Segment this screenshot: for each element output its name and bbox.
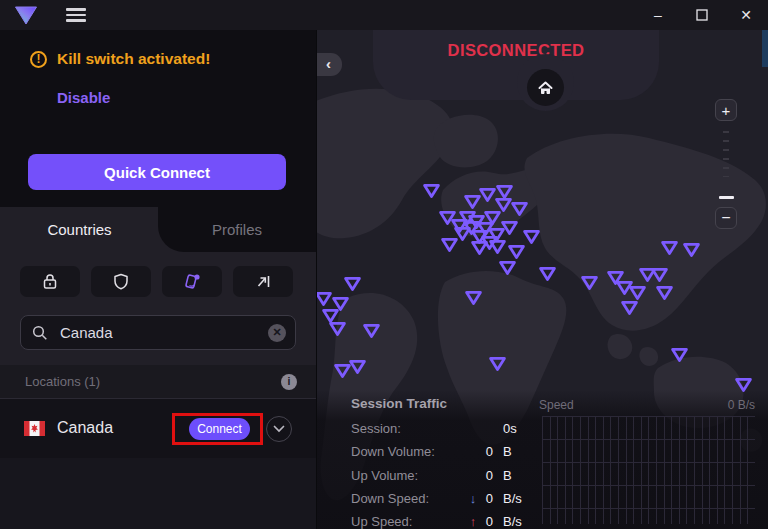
chevron-down-icon xyxy=(273,425,285,433)
location-pin[interactable] xyxy=(440,237,459,253)
menu-icon[interactable] xyxy=(66,8,86,22)
down-speed-row: Down Speed: ↓ 0 B/s xyxy=(351,487,537,510)
location-pin[interactable] xyxy=(507,244,526,260)
warning-icon: ! xyxy=(30,51,47,68)
location-pin[interactable] xyxy=(348,359,367,375)
down-arrow-icon: ↓ xyxy=(465,491,481,506)
down-volume-row: Down Volume: 0 B xyxy=(351,440,537,463)
arrow-to-bar-icon xyxy=(255,273,272,290)
expand-country-button[interactable] xyxy=(266,416,292,442)
location-pin[interactable] xyxy=(328,321,347,337)
maximize-icon xyxy=(696,9,708,21)
killswitch-warning: ! Kill switch activated! xyxy=(30,50,210,68)
down-speed-value: 0 xyxy=(481,491,493,506)
clear-search-button[interactable]: ✕ xyxy=(268,324,286,342)
down-volume-value: 0 xyxy=(481,444,493,459)
session-row: Session: 0s xyxy=(351,417,537,440)
up-volume-row: Up Volume: 0 B xyxy=(351,464,537,487)
shield-filter-button[interactable] xyxy=(91,266,151,297)
down-speed-label: Down Speed: xyxy=(351,491,465,506)
location-pin[interactable] xyxy=(650,267,669,283)
tab-bar: Countries Profiles xyxy=(0,207,316,252)
location-pin[interactable] xyxy=(522,229,541,245)
lock-icon xyxy=(42,273,58,290)
tor-filter-button[interactable] xyxy=(162,266,222,297)
tab-profiles[interactable]: Profiles xyxy=(158,207,316,252)
location-pin[interactable] xyxy=(362,323,381,339)
sidebar: ! Kill switch activated! Disable Quick C… xyxy=(0,30,317,529)
up-arrow-icon: ↑ xyxy=(465,514,481,529)
location-pin[interactable] xyxy=(670,347,689,363)
secure-lock-filter-button[interactable] xyxy=(20,266,80,297)
speed-chart-grid xyxy=(542,416,755,524)
location-pin[interactable] xyxy=(655,285,674,301)
home-icon xyxy=(538,81,553,95)
minimize-button[interactable]: – xyxy=(636,0,680,30)
up-volume-unit: B xyxy=(493,468,537,483)
app-logo-icon xyxy=(14,5,38,26)
search-box: ✕ xyxy=(20,315,296,350)
up-volume-value: 0 xyxy=(481,468,493,483)
tor-icon xyxy=(182,273,202,291)
down-volume-unit: B xyxy=(493,444,537,459)
search-icon xyxy=(32,325,48,341)
up-volume-label: Up Volume: xyxy=(351,468,465,483)
location-pin[interactable] xyxy=(422,183,441,199)
session-value: 0s xyxy=(493,421,537,436)
title-bar: – ✕ xyxy=(0,0,768,30)
world-map[interactable]: DISCONNECTED ‹ + − Session Traffic Se xyxy=(317,30,768,529)
up-speed-label: Up Speed: xyxy=(351,514,465,529)
connect-button[interactable]: Connect xyxy=(189,418,250,440)
status-banner: DISCONNECTED xyxy=(373,30,659,100)
session-traffic-title: Session Traffic xyxy=(351,396,447,411)
search-input[interactable] xyxy=(58,323,258,342)
location-pin[interactable] xyxy=(620,300,639,316)
country-row-canada[interactable]: Canada Connect xyxy=(0,398,316,458)
up-speed-unit: B/s xyxy=(493,514,537,529)
location-pin[interactable] xyxy=(538,266,557,282)
killswitch-message: Kill switch activated! xyxy=(57,50,210,68)
session-label: Session: xyxy=(351,421,465,436)
home-button[interactable] xyxy=(527,69,564,106)
location-pin[interactable] xyxy=(660,240,679,256)
scrollbar-thumb[interactable] xyxy=(762,30,768,67)
canada-flag-icon xyxy=(24,421,45,436)
connection-status: DISCONNECTED xyxy=(373,41,659,60)
location-pin[interactable] xyxy=(682,242,701,258)
zoom-out-button[interactable]: − xyxy=(715,207,737,229)
location-pin[interactable] xyxy=(488,356,507,372)
location-pin[interactable] xyxy=(480,235,499,251)
speed-chart: Speed 0 B/s xyxy=(539,398,755,524)
location-pin[interactable] xyxy=(510,201,529,217)
down-volume-label: Down Volume: xyxy=(351,444,465,459)
zoom-slider-handle[interactable] xyxy=(719,196,734,199)
tab-countries[interactable]: Countries xyxy=(0,207,159,252)
location-pin[interactable] xyxy=(500,220,519,236)
info-icon[interactable]: i xyxy=(281,374,297,390)
location-pin[interactable] xyxy=(343,276,362,292)
maximize-button[interactable] xyxy=(680,0,724,30)
collapse-sidebar-button[interactable]: ‹ xyxy=(317,53,342,76)
speed-chart-max-value: 0 B/s xyxy=(728,398,755,412)
location-pin[interactable] xyxy=(628,285,647,301)
zoom-in-button[interactable]: + xyxy=(715,99,737,121)
vpn-app-window: – ✕ ! Kill switch activated! Disable Qui… xyxy=(0,0,768,529)
streaming-filter-button[interactable] xyxy=(233,266,293,297)
country-name: Canada xyxy=(57,419,113,437)
quick-connect-button[interactable]: Quick Connect xyxy=(28,154,286,190)
location-pin[interactable] xyxy=(464,290,483,306)
zoom-slider-track[interactable] xyxy=(723,131,729,177)
location-pin[interactable] xyxy=(580,275,599,291)
locations-count-label: Locations (1) xyxy=(25,374,100,389)
close-button[interactable]: ✕ xyxy=(724,0,768,30)
speed-chart-label: Speed xyxy=(539,398,574,412)
up-speed-row: Up Speed: ↑ 0 B/s xyxy=(351,510,537,529)
disable-killswitch-link[interactable]: Disable xyxy=(57,89,110,106)
down-speed-unit: B/s xyxy=(493,491,537,506)
locations-header: Locations (1) i xyxy=(0,365,316,398)
location-pin[interactable] xyxy=(498,260,517,276)
sidebar-filler xyxy=(0,458,316,529)
session-traffic-table: Session: 0s Down Volume: 0 B Up Volume: xyxy=(351,417,537,529)
shield-icon xyxy=(113,273,129,290)
sidebar-content: ✕ Locations (1) i Canada Connect xyxy=(0,252,316,529)
